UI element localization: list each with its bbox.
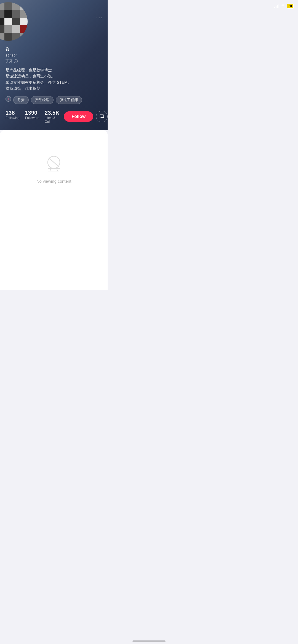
user-info: a 324894 班牙 i 是产品经理，也是数学博士 是游泳运动员，也写过小说。… [0,41,108,104]
content-area: No viewing content [0,130,108,290]
stats: 138 Following 1390 Followers 23.5K Likes… [6,109,59,124]
user-location: 班牙 i [6,59,102,64]
follow-button[interactable]: Follow [64,111,93,122]
tag-gender[interactable]: ♀ [6,96,11,102]
user-id: 324894 [6,53,102,58]
info-icon[interactable]: i [14,59,18,63]
profile-header: ··· a 324894 班牙 i 是产品经理，也是数学 [0,0,108,130]
status-bar: 60 [0,0,108,12]
followers-stat[interactable]: 1390 Followers [25,109,39,124]
tag-engineer[interactable]: 算法工程师 [56,96,82,104]
likes-stat[interactable]: 23.5K Likes & Col [45,109,59,124]
no-content-text: No viewing content [36,179,71,184]
tags-container: ♀ 丹麦 产品经理 算法工程师 [6,96,102,104]
no-content-icon [43,152,65,174]
following-stat[interactable]: 138 Following [6,109,20,124]
action-buttons: Follow [64,111,108,122]
svg-line-2 [50,168,51,171]
stats-follow-row: 138 Following 1390 Followers 23.5K Likes… [0,109,108,124]
bio: 是产品经理，也是数学博士 是游泳运动员，也写过小说。 希望女性拥有更多机会，多学… [6,67,102,92]
tag-pm[interactable]: 产品经理 [31,96,54,104]
svg-line-5 [49,158,59,167]
username: a [6,45,102,52]
message-button[interactable] [96,111,108,122]
svg-line-3 [57,168,58,171]
tag-denmark[interactable]: 丹麦 [13,96,29,104]
